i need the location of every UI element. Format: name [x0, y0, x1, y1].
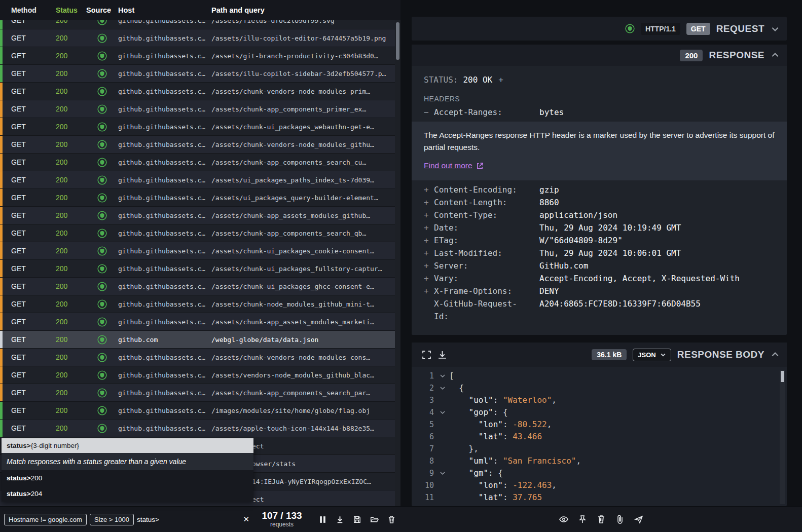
response-card-header[interactable]: 200 RESPONSE [412, 45, 787, 66]
fold-toggle-icon[interactable] [436, 467, 449, 479]
table-row[interactable]: GET200github.githubassets.c…/assets/chun… [0, 384, 395, 402]
find-out-more-link[interactable]: Find out more [424, 160, 484, 172]
code-line: 4 "gop": { [412, 406, 787, 419]
header-toggle-icon[interactable]: + [424, 183, 434, 196]
editor-scrollbar-thumb[interactable] [781, 371, 784, 382]
response-card: 200 RESPONSE STATUS:200 OK+ HEADERS −Acc… [412, 45, 787, 335]
header-toggle-icon[interactable]: + [424, 272, 434, 285]
source-cell [86, 104, 118, 114]
table-row[interactable]: GET200github.githubassets.c…/assets/fiel… [0, 20, 395, 29]
fold-toggle-icon[interactable] [436, 406, 449, 419]
table-row[interactable]: GET200github.githubassets.c…/assets/chun… [0, 313, 395, 331]
header-toggle-icon[interactable]: + [424, 221, 434, 234]
download-icon[interactable] [438, 350, 447, 360]
response-body-header[interactable]: 36.1 kB JSON RESPONSE BODY [412, 343, 787, 367]
header-toggle-icon[interactable] [424, 297, 434, 323]
suggestion-item[interactable]: status>204 [2, 486, 253, 502]
filter-tag-size[interactable]: Size > 1000 [90, 514, 134, 525]
filter-tag-hostname[interactable]: Hostname != google.com [4, 514, 87, 525]
header-value: W/"66d04809-8d29" [539, 234, 787, 247]
header-row: X-GitHub-Request-Id:A204:6865:FC7E8D:163… [412, 297, 787, 323]
suggestion-items: status>200status>204 [2, 470, 253, 502]
code-text: "lat": 43.466 [449, 431, 542, 443]
status-cell: 200 [55, 211, 86, 219]
table-scrollbar-thumb[interactable] [396, 22, 399, 60]
table-row[interactable]: GET200github.githubassets.c…/images/modu… [0, 402, 395, 420]
table-row[interactable]: GET200github.githubassets.c…/assets/chun… [0, 349, 395, 366]
chevron-up-icon[interactable] [771, 51, 780, 60]
table-row[interactable]: GET200github.githubassets.c…/assets/chun… [0, 118, 395, 136]
method-cell: GET [3, 194, 55, 202]
filter-area[interactable]: Hostname != google.com Size > 1000 ✕ [0, 514, 253, 525]
path-cell: /images/modules/site/home/globe/flag.obj [211, 407, 395, 414]
status-code-badge: 200 [680, 50, 703, 61]
save-button[interactable] [353, 515, 361, 524]
code-editor[interactable]: 1[2 {3 "uol": "Waterloo",4 "gop": {5 "lo… [412, 367, 787, 506]
table-row[interactable]: GET200github.githubassets.c…/assets/chun… [0, 136, 395, 154]
suggestion-active[interactable]: status>{3-digit number} [2, 438, 253, 453]
add-status-icon[interactable]: + [498, 75, 503, 85]
attach-paperclip-icon[interactable] [615, 515, 625, 524]
table-row[interactable]: GET200github.githubassets.c…/assets/illu… [0, 65, 395, 83]
source-cell [86, 317, 118, 327]
table-row[interactable]: GET200github.githubassets.c…/assets/chun… [0, 154, 395, 171]
pause-intercept-button[interactable] [318, 515, 327, 524]
header-toggle-icon[interactable]: + [424, 234, 434, 247]
table-row[interactable]: GET200github.com/webgl-globe/data/data.j… [0, 331, 395, 349]
source-cell [86, 211, 118, 220]
header-key: Accept-Ranges: [434, 106, 520, 119]
table-scrollbar[interactable] [395, 20, 400, 506]
table-row[interactable]: GET200github.githubassets.c…/assets/chun… [0, 224, 395, 242]
fold-spacer [436, 443, 449, 455]
host-cell: github.githubassets.c… [118, 354, 211, 361]
delete-icon[interactable] [597, 515, 606, 524]
send-icon[interactable] [634, 515, 643, 524]
pin-icon[interactable] [578, 515, 587, 524]
editor-scrollbar[interactable] [780, 370, 785, 504]
view-eye-icon[interactable] [559, 515, 568, 524]
fold-toggle-icon[interactable] [436, 370, 449, 382]
header-toggle-icon[interactable]: + [424, 196, 434, 209]
table-row[interactable]: GET200github.githubassets.c…/assets/chun… [0, 100, 395, 118]
source-cell [86, 370, 118, 380]
path-cell: /assets/apple-touch-icon-144x144-b882e35… [211, 425, 395, 432]
path-cell: /assets/illu-copilot-sidebar-3d2efb50457… [211, 70, 395, 78]
path-cell: /assets/chunk-app_assets_modules_github… [211, 212, 395, 219]
table-row[interactable]: GET200github.githubassets.c…/assets/chun… [0, 83, 395, 100]
line-number: 9 [412, 467, 436, 479]
host-cell: github.githubassets.c… [118, 176, 211, 184]
table-row[interactable]: GET200github.githubassets.c…/assets/chun… [0, 242, 395, 260]
fold-toggle-icon[interactable] [436, 382, 449, 394]
header-toggle-icon[interactable]: + [424, 259, 434, 272]
header-toggle-icon[interactable]: + [424, 209, 434, 221]
scroll-to-end-button[interactable] [336, 515, 344, 524]
request-count-value: 107 / 133 [253, 511, 310, 521]
clear-all-button[interactable] [387, 515, 396, 524]
request-card-header[interactable]: HTTP/1.1 GET REQUEST [412, 17, 787, 41]
chevron-down-icon[interactable] [771, 24, 780, 33]
table-row[interactable]: GET200github.githubassets.c…/assets/appl… [0, 420, 395, 437]
table-row[interactable]: GET200github.githubassets.c…/assets/chun… [0, 207, 395, 224]
open-button[interactable] [370, 515, 379, 524]
clear-filters-icon[interactable]: ✕ [242, 515, 253, 524]
status-row: STATUS:200 OK+ [412, 66, 787, 85]
table-row[interactable]: GET200github.githubassets.c…/assets/ui_p… [0, 171, 395, 189]
filter-input[interactable] [137, 516, 239, 523]
table-row[interactable]: GET200github.githubassets.c…/assets/chun… [0, 278, 395, 295]
suggestion-item[interactable]: status>200 [2, 470, 253, 486]
table-row[interactable]: GET200github.githubassets.c…/assets/ui_p… [0, 189, 395, 207]
header-toggle-icon[interactable]: + [424, 285, 434, 297]
table-row[interactable]: GET200github.githubassets.c…/assets/chun… [0, 260, 395, 278]
table-row[interactable]: GET200github.githubassets.c…/assets/chun… [0, 295, 395, 313]
table-row[interactable]: GET200github.githubassets.c…/assets/vend… [0, 366, 395, 384]
header-toggle-icon[interactable]: − [424, 106, 434, 119]
table-row[interactable]: GET200github.githubassets.c…/assets/illu… [0, 29, 395, 47]
response-body-title: RESPONSE BODY [677, 349, 764, 360]
path-cell: owser/stats [252, 460, 395, 468]
expand-icon[interactable] [422, 350, 431, 360]
header-toggle-icon[interactable]: + [424, 247, 434, 259]
table-row[interactable]: GET200github.githubassets.c…/assets/git-… [0, 47, 395, 65]
chevron-up-icon[interactable] [771, 350, 780, 359]
format-select[interactable]: JSON [633, 349, 671, 361]
source-shield-icon [625, 24, 635, 33]
